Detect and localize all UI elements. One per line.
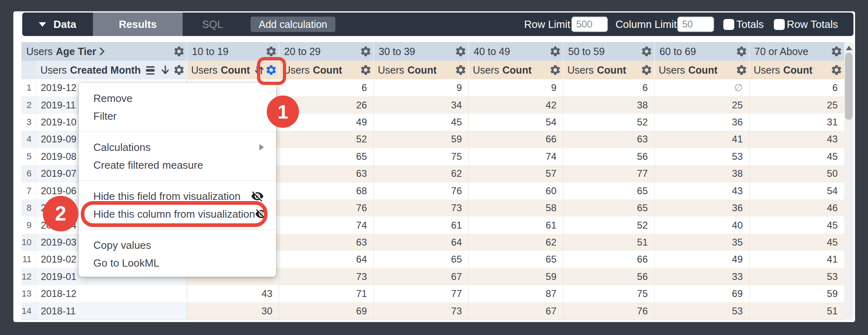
value-cell[interactable]: 63 (279, 234, 373, 251)
value-cell[interactable]: 65 (373, 251, 468, 268)
value-cell[interactable]: 35 (654, 234, 749, 251)
value-cell[interactable]: 76 (563, 302, 654, 319)
value-cell[interactable]: 75 (373, 148, 468, 165)
value-cell[interactable]: 57 (468, 165, 563, 182)
value-cell[interactable]: 33 (654, 268, 749, 285)
value-cell[interactable]: 36 (654, 199, 749, 216)
value-cell[interactable]: 43 (749, 131, 844, 148)
value-cell[interactable]: 9 (468, 79, 563, 96)
pivot-value-header[interactable]: 70 or Above (749, 42, 844, 61)
value-cell[interactable]: 69 (279, 302, 373, 319)
vertical-scrollbar[interactable] (844, 42, 853, 320)
menu-item-filter[interactable]: Filter (79, 107, 276, 125)
measure-header[interactable]: UsersCount (468, 61, 563, 79)
scroll-up-icon[interactable] (846, 46, 852, 50)
row-limit-input[interactable] (571, 17, 608, 32)
value-cell[interactable]: 38 (563, 96, 654, 113)
value-cell[interactable]: 64 (373, 234, 468, 251)
tab-data[interactable]: Data (22, 13, 93, 36)
value-cell[interactable]: 76 (279, 199, 373, 216)
pivot-field-header[interactable]: UsersAge Tier (21, 42, 187, 61)
value-cell[interactable]: 54 (749, 182, 844, 199)
value-cell[interactable]: 69 (654, 285, 749, 302)
value-cell[interactable]: 61 (468, 216, 563, 233)
gear-icon[interactable] (735, 64, 748, 76)
value-cell[interactable]: 56 (563, 148, 654, 165)
value-cell[interactable]: 73 (373, 199, 468, 216)
value-cell[interactable]: 77 (373, 285, 468, 302)
value-cell[interactable]: 43 (187, 285, 279, 302)
menu-item-remove[interactable]: Remove (79, 89, 276, 107)
value-cell[interactable]: 25 (654, 96, 749, 113)
gear-icon[interactable] (360, 45, 372, 57)
value-cell[interactable]: 71 (279, 285, 373, 302)
value-cell[interactable]: 63 (563, 131, 654, 148)
value-cell[interactable]: 74 (279, 216, 373, 233)
value-cell[interactable]: 34 (373, 96, 468, 113)
tab-sql[interactable]: SQL (183, 13, 242, 36)
menu-item-calculations[interactable]: Calculations (79, 138, 276, 156)
value-cell[interactable]: 53 (654, 302, 749, 319)
pivot-value-header[interactable]: 30 to 39 (373, 42, 468, 61)
month-cell[interactable]: 2018-12 (36, 285, 187, 302)
pivot-value-header[interactable]: 60 to 69 (654, 42, 749, 61)
value-cell[interactable]: 45 (749, 216, 844, 233)
value-cell[interactable]: 62 (373, 165, 468, 182)
value-cell[interactable]: 87 (468, 285, 563, 302)
value-cell[interactable]: 74 (468, 148, 563, 165)
measure-header[interactable]: UsersCount (563, 61, 654, 79)
value-cell[interactable]: 58 (468, 199, 563, 216)
value-cell[interactable]: 52 (563, 114, 654, 131)
value-cell[interactable]: 73 (373, 302, 468, 319)
value-cell[interactable]: 46 (749, 199, 844, 216)
gear-icon[interactable] (173, 64, 185, 76)
value-cell[interactable]: 63 (279, 165, 373, 182)
value-cell[interactable]: 59 (373, 131, 468, 148)
value-cell[interactable]: 43 (654, 182, 749, 199)
gear-icon[interactable] (455, 64, 467, 76)
value-cell[interactable]: 45 (749, 148, 844, 165)
gear-icon[interactable] (173, 45, 185, 57)
gear-icon[interactable] (360, 64, 372, 76)
measure-header[interactable]: UsersCount (749, 61, 844, 79)
gear-icon[interactable] (830, 64, 843, 76)
dimension-header[interactable]: UsersCreated Month (36, 61, 187, 79)
value-cell[interactable]: 54 (468, 114, 563, 131)
pivot-value-header[interactable]: 20 to 29 (279, 42, 373, 61)
value-cell[interactable]: 67 (468, 302, 563, 319)
gear-icon[interactable] (640, 45, 653, 57)
pivot-value-header[interactable]: 50 to 59 (563, 42, 654, 61)
measure-header[interactable]: UsersCount (654, 61, 749, 79)
row-totals-checkbox[interactable] (774, 19, 785, 30)
value-cell[interactable]: 40 (654, 216, 749, 233)
value-cell[interactable]: 75 (563, 285, 654, 302)
value-cell[interactable]: 65 (279, 148, 373, 165)
scrollbar-thumb[interactable] (845, 53, 853, 120)
month-cell[interactable]: 2018-11 (36, 302, 187, 319)
value-cell[interactable]: 45 (373, 114, 468, 131)
value-cell[interactable]: 41 (749, 251, 844, 268)
value-cell[interactable]: 50 (749, 165, 844, 182)
value-cell[interactable]: 45 (749, 234, 844, 251)
value-cell[interactable]: 25 (749, 96, 844, 113)
gear-icon[interactable] (640, 64, 653, 76)
gear-icon[interactable] (455, 45, 467, 57)
value-cell[interactable]: 66 (468, 131, 563, 148)
value-cell[interactable]: 67 (373, 268, 468, 285)
value-cell[interactable]: 59 (749, 285, 844, 302)
measure-header[interactable]: UsersCount (373, 61, 468, 79)
value-cell[interactable]: 6 (279, 79, 373, 96)
value-cell[interactable]: 51 (563, 234, 654, 251)
totals-checkbox[interactable] (723, 19, 734, 30)
value-cell[interactable]: 51 (749, 302, 844, 319)
value-cell[interactable]: 6 (749, 79, 844, 96)
value-cell[interactable]: 65 (468, 251, 563, 268)
menu-item-go-to-lookml[interactable]: Go to LookML (79, 254, 276, 272)
menu-item-create-filtered-measure[interactable]: Create filtered measure (79, 156, 276, 174)
gear-icon[interactable] (830, 45, 843, 57)
value-cell[interactable]: 65 (563, 199, 654, 216)
value-cell[interactable]: 73 (279, 268, 373, 285)
value-cell[interactable]: 53 (654, 148, 749, 165)
measure-header[interactable]: UsersCount (279, 61, 373, 79)
value-cell[interactable]: 68 (279, 182, 373, 199)
